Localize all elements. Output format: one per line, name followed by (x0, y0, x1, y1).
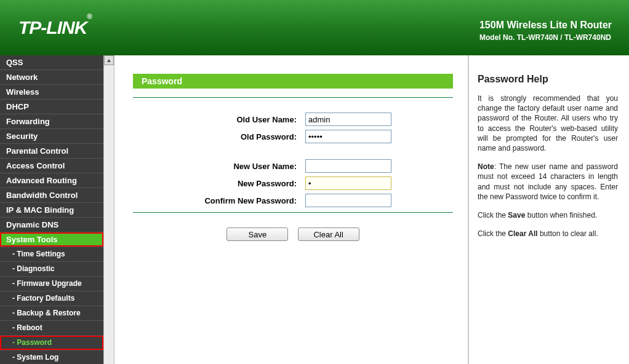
sidebar-item-label: Forwarding (6, 117, 50, 126)
help-panel: Password Help It is strongly recommended… (469, 55, 629, 364)
scroll-up-icon[interactable]: ▲ (104, 55, 114, 65)
page-title: Password (133, 74, 453, 89)
sidebar-sub-factory-defaults[interactable]: - Factory Defaults (0, 291, 103, 306)
product-title: 150M Wireless Lite N Router (479, 20, 612, 31)
divider (133, 97, 453, 98)
sidebar-item-dynamic-dns[interactable]: Dynamic DNS (0, 218, 103, 232)
new-password-label: New Password: (133, 179, 305, 188)
product-model: Model No. TL-WR740N / TL-WR740ND (479, 33, 612, 42)
sidebar-item-parental-control[interactable]: Parental Control (0, 144, 103, 159)
old-password-field[interactable] (305, 130, 391, 143)
help-paragraph-4: Click the Clear All button to clear all. (478, 229, 618, 239)
sidebar-item-label: Advanced Routing (6, 176, 77, 185)
sidebar-item-ip-mac-binding[interactable]: IP & MAC Binding (0, 203, 103, 218)
confirm-password-field[interactable] (305, 194, 391, 207)
sidebar-item-security[interactable]: Security (0, 129, 103, 144)
confirm-password-label: Confirm New Password: (133, 196, 305, 205)
sidebar-item-label: Bandwidth Control (6, 191, 78, 200)
sidebar-sub-time-settings[interactable]: - Time Settings (0, 247, 103, 262)
sidebar-item-label: Wireless (6, 87, 39, 97)
sidebar-sub-backup-restore[interactable]: - Backup & Restore (0, 306, 103, 321)
main-content: Password Old User Name: Old Password: Ne… (114, 55, 469, 364)
header: TP-LINK® 150M Wireless Lite N Router Mod… (0, 0, 629, 55)
sidebar-item-label: DHCP (6, 102, 29, 111)
sidebar-item-label: Network (6, 73, 38, 82)
old-password-label: Old Password: (133, 132, 305, 141)
sidebar-item-label: - System Log (12, 353, 58, 362)
sidebar-item-label: QSS (6, 58, 23, 67)
sidebar-item-label: - Password (12, 338, 52, 347)
sidebar-item-label: - Firmware Upgrade (12, 279, 82, 288)
sidebar-item-forwarding[interactable]: Forwarding (0, 114, 103, 129)
clear-all-button[interactable]: Clear All (298, 228, 359, 241)
help-note-text: : The new user name and password must no… (478, 162, 618, 201)
sidebar-item-label: IP & MAC Binding (6, 205, 74, 215)
header-product-info: 150M Wireless Lite N Router Model No. TL… (479, 20, 612, 42)
new-user-name-field[interactable] (305, 159, 391, 173)
sidebar-sub-firmware-upgrade[interactable]: - Firmware Upgrade (0, 277, 103, 291)
sidebar-item-qss[interactable]: QSS (0, 55, 103, 70)
sidebar: QSS Network Wireless DHCP Forwarding Sec… (0, 55, 103, 364)
sidebar-sub-diagnostic[interactable]: - Diagnostic (0, 262, 103, 277)
sidebar-item-network[interactable]: Network (0, 70, 103, 85)
sidebar-scrollbar[interactable]: ▲ (103, 55, 114, 364)
new-user-name-label: New User Name: (133, 162, 305, 171)
sidebar-item-system-tools[interactable]: System Tools (0, 232, 103, 247)
sidebar-item-label: Dynamic DNS (6, 220, 58, 229)
old-user-name-label: Old User Name: (133, 115, 305, 124)
sidebar-item-label: - Reboot (12, 323, 42, 332)
sidebar-item-label: System Tools (6, 235, 58, 244)
sidebar-item-access-control[interactable]: Access Control (0, 159, 103, 173)
sidebar-item-label: Access Control (6, 161, 65, 170)
sidebar-item-label: - Backup & Restore (12, 309, 81, 317)
help-paragraph-1: It is strongly recommended that you chan… (478, 93, 618, 153)
sidebar-item-label: Security (6, 132, 38, 141)
new-password-field[interactable] (305, 176, 391, 190)
sidebar-item-bandwidth-control[interactable]: Bandwidth Control (0, 188, 103, 203)
sidebar-item-dhcp[interactable]: DHCP (0, 100, 103, 114)
sidebar-item-wireless[interactable]: Wireless (0, 85, 103, 100)
sidebar-item-advanced-routing[interactable]: Advanced Routing (0, 173, 103, 188)
sidebar-item-label: - Time Settings (12, 250, 65, 258)
help-title: Password Help (478, 74, 618, 85)
help-paragraph-3: Click the Save button when finished. (478, 210, 618, 220)
sidebar-sub-reboot[interactable]: - Reboot (0, 321, 103, 336)
logo: TP-LINK® (18, 17, 92, 38)
divider (133, 212, 453, 213)
sidebar-item-label: - Factory Defaults (12, 294, 74, 303)
sidebar-item-label: Parental Control (6, 146, 68, 156)
sidebar-sub-system-log[interactable]: - System Log (0, 350, 103, 364)
save-button[interactable]: Save (226, 228, 288, 241)
help-note-label: Note (478, 162, 494, 171)
sidebar-item-label: - Diagnostic (12, 264, 55, 273)
old-user-name-field[interactable] (305, 113, 391, 126)
help-paragraph-2: Note: The new user name and password mus… (478, 162, 618, 202)
sidebar-sub-password[interactable]: - Password (0, 336, 103, 350)
